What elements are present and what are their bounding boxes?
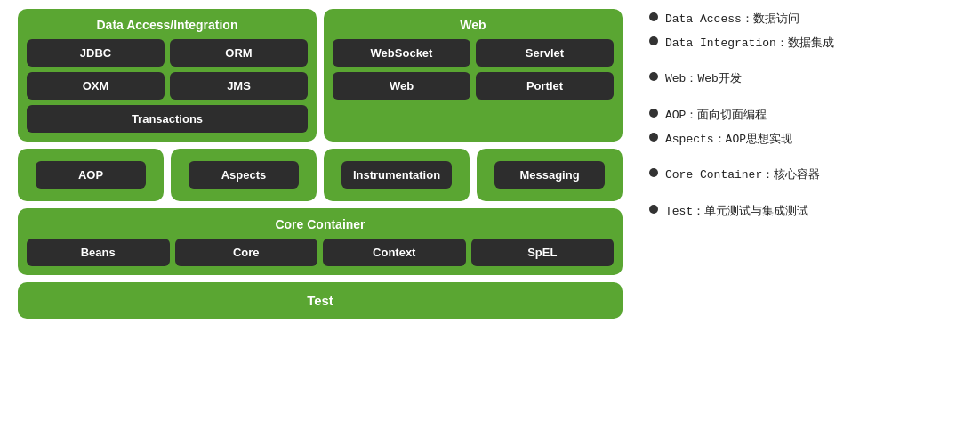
core-grid: Beans Core Context SpEL [27,239,614,266]
aop-box: AOP [36,161,146,189]
data-access-grid: JDBC ORM OXM JMS Transactions [27,39,308,133]
legend-spacer-2 [649,93,962,105]
legend-text-0: Data Access：数据访问 [665,9,799,31]
legend-text-6: Test：单元测试与集成测试 [665,201,808,223]
main-layout: Data Access/Integration JDBC ORM OXM JMS… [18,9,962,319]
legend-section: Data Access：数据访问 Data Integration：数据集成 W… [640,9,962,225]
web-grid: WebSocket Servlet Web Portlet [333,39,614,100]
test-container: Test [18,282,623,319]
legend-text-5: Core Container：核心容器 [665,165,820,187]
data-access-item-jms: JMS [170,72,308,100]
messaging-box: Messaging [494,161,605,189]
bullet-2 [649,72,658,81]
data-access-item-jdbc: JDBC [27,39,165,67]
legend-item-2: Web：Web开发 [649,69,962,91]
data-access-item-transactions: Transactions [27,105,308,133]
aspects-container: Aspects [171,149,317,201]
diagram-section: Data Access/Integration JDBC ORM OXM JMS… [18,9,623,319]
legend-item-4: Aspects：AOP思想实现 [649,129,962,151]
bullet-4 [649,133,658,142]
bullet-1 [649,36,658,45]
legend-spacer-1 [649,56,962,69]
top-row: Data Access/Integration JDBC ORM OXM JMS… [18,9,623,142]
legend-text-1: Data Integration：数据集成 [665,33,834,55]
bullet-0 [649,12,658,21]
data-access-item-orm: ORM [170,39,308,67]
legend-item-1: Data Integration：数据集成 [649,33,962,55]
legend-item-5: Core Container：核心容器 [649,165,962,187]
web-item-websocket: WebSocket [333,39,470,67]
legend-spacer-4 [649,189,962,201]
aop-container: AOP [18,149,164,201]
core-item-beans: Beans [27,239,170,266]
data-access-title: Data Access/Integration [27,18,308,32]
web-item-portlet: Portlet [476,72,614,100]
legend-item-6: Test：单元测试与集成测试 [649,201,962,223]
legend-text-3: AOP：面向切面编程 [665,105,767,127]
legend-text-4: Aspects：AOP思想实现 [665,129,792,151]
test-title: Test [28,293,612,308]
web-container: Web WebSocket Servlet Web Portlet [324,9,623,142]
core-item-spel: SpEL [471,239,615,266]
data-access-item-oxm: OXM [27,72,165,100]
legend-text-2: Web：Web开发 [665,69,742,91]
instrumentation-box: Instrumentation [341,161,452,189]
legend-item-3: AOP：面向切面编程 [649,105,962,127]
core-title: Core Container [27,217,614,231]
aspects-box: Aspects [189,161,299,189]
messaging-container: Messaging [477,149,623,201]
bullet-6 [649,205,658,214]
core-container: Core Container Beans Core Context SpEL [18,208,623,275]
web-item-servlet: Servlet [476,39,614,67]
bullet-3 [649,109,658,118]
middle-row: AOP Aspects Instrumentation Messaging [18,149,623,201]
legend-spacer-3 [649,152,962,165]
legend-item-0: Data Access：数据访问 [649,9,962,31]
core-item-core: Core [175,239,318,266]
web-title: Web [333,18,614,32]
bullet-5 [649,168,658,177]
instrumentation-container: Instrumentation [324,149,470,201]
web-item-web: Web [333,72,470,100]
data-access-container: Data Access/Integration JDBC ORM OXM JMS… [18,9,317,142]
core-item-context: Context [323,239,466,266]
